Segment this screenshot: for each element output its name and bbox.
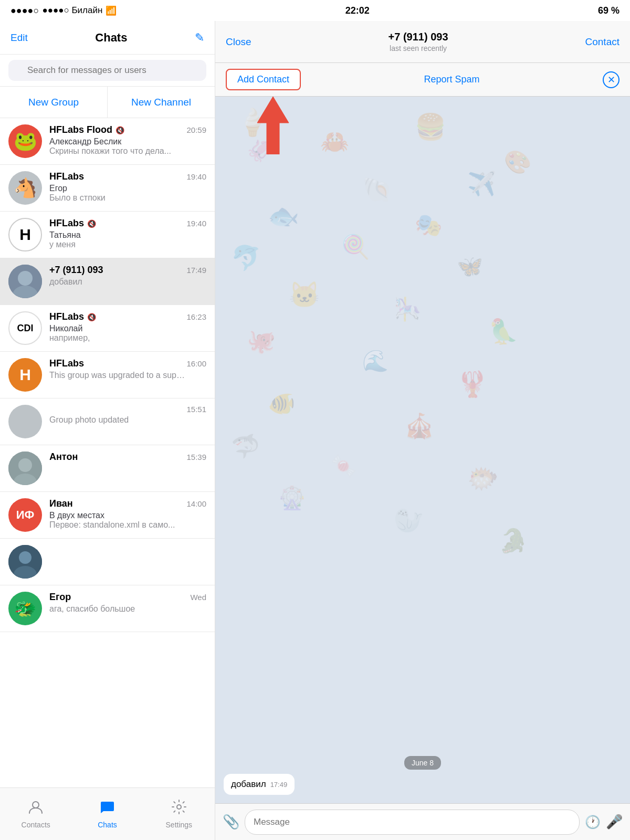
chat-name: +7 (911) 093 — [49, 265, 103, 276]
chat-item-hflabs-orange[interactable]: H HFLabs 16:00 This group was upgraded t… — [0, 352, 215, 398]
emoji-button[interactable]: 🕐 — [585, 815, 601, 830]
svg-point-4 — [18, 458, 32, 472]
chat-time: 19:40 — [186, 219, 206, 228]
date-badge: June 8 — [404, 756, 441, 770]
chat-item-phone-contact[interactable]: +7 (911) 093 17:49 добавил — [0, 258, 215, 305]
tab-settings[interactable]: Settings — [143, 799, 215, 829]
chat-name: HFLabs 🔇 — [49, 218, 96, 229]
message-input-bar: 📎 🕐 🎤 — [215, 803, 630, 840]
mute-icon: 🔇 — [87, 219, 96, 228]
avatar-hflabs-cdi: CDI — [8, 311, 42, 345]
chat-item-hflabs-h[interactable]: H HFLabs 🔇 19:40 Татьяна у меня — [0, 212, 215, 258]
chat-preview: Скрины покажи того что дела... — [49, 146, 186, 156]
chat-preview: Первое: standalone.xml в само... — [49, 520, 186, 530]
chat-time: 19:40 — [186, 172, 206, 181]
bg-pattern: 🍦 🦀 🍔 🎨 🦑 🐚 ✈️ 🐟 🎭 🐬 🍭 🦋 🐱 🎠 🦜 🐙 🌊 🦞 🐠 — [215, 97, 630, 803]
svg-point-1 — [18, 271, 33, 286]
message-text: добавил — [231, 779, 266, 790]
contact-phone: +7 (911) 093 — [388, 31, 448, 43]
chat-messages: June 8 добавил 17:49 — [215, 748, 630, 803]
chat-name: HFLabs 🔇 — [49, 311, 96, 322]
chat-preview: Было в стпоки — [49, 193, 186, 203]
chat-sender: Александр Беслик — [49, 137, 206, 146]
chat-item-hflabs-flood[interactable]: 🐸 HFLabs Flood 🔇 20:59 Александр Беслик … — [0, 118, 215, 165]
left-panel: Edit Chats ✎ 🔍 New Group New Channel — [0, 21, 215, 840]
chat-content-group-photo: 15:51 Group photo updated — [49, 405, 206, 425]
contacts-icon — [28, 799, 44, 818]
chat-item-anton[interactable]: Антон 15:39 — [0, 445, 215, 492]
chat-sender: В двух местах — [49, 511, 206, 520]
chat-sender: Егор — [49, 184, 206, 193]
avatar-group-photo — [8, 405, 42, 438]
action-buttons: New Group New Channel — [0, 87, 215, 118]
chat-preview: например, — [49, 333, 186, 343]
avatar-phone-contact — [8, 265, 42, 298]
add-contact-button[interactable]: Add Contact — [226, 69, 301, 90]
chat-item-hflabs-horse[interactable]: 🐴 HFLabs 19:40 Егор Было в стпоки — [0, 165, 215, 212]
compose-icon[interactable]: ✎ — [195, 31, 204, 45]
settings-icon — [171, 799, 187, 818]
avatar-hflabs-h: H — [8, 218, 42, 251]
chat-sender: Николай — [49, 324, 206, 333]
header-center: +7 (911) 093 last seen recently — [388, 31, 448, 52]
status-bar: ●●●●○ ●●●●○ Билайн 📶 22:02 69 % — [0, 0, 630, 21]
action-bar: Add Contact Report Spam ✕ — [215, 63, 630, 97]
right-panel: Close +7 (911) 093 last seen recently Co… — [215, 21, 630, 840]
chat-name: Антон — [49, 452, 78, 463]
chat-sender: Татьяна — [49, 230, 206, 240]
carrier-name: ●●●●○ Билайн — [42, 5, 102, 16]
svg-point-7 — [19, 551, 32, 564]
tab-settings-label: Settings — [166, 821, 193, 829]
chat-name: Егор — [49, 592, 71, 603]
chat-time: 20:59 — [186, 125, 206, 134]
message-input[interactable] — [254, 817, 571, 827]
chat-item-group-photo[interactable]: 15:51 Group photo updated — [0, 398, 215, 445]
tab-chats[interactable]: Chats — [71, 799, 143, 829]
avatar-photo-user — [8, 545, 42, 579]
dismiss-button[interactable]: ✕ — [603, 71, 620, 88]
chat-content-hflabs-orange: HFLabs 16:00 This group was upgraded to … — [49, 358, 206, 380]
search-bar: 🔍 — [0, 55, 215, 87]
chat-time: 16:00 — [186, 359, 206, 368]
chat-item-ivan[interactable]: ИФ Иван 14:00 В двух местах Первое: stan… — [0, 492, 215, 539]
avatar-egor: 🐲 — [8, 592, 42, 625]
left-header: Edit Chats ✎ — [0, 21, 215, 55]
avatar-ivan: ИФ — [8, 498, 42, 532]
new-group-button[interactable]: New Group — [0, 87, 108, 118]
chat-time: 15:51 — [186, 405, 206, 414]
chat-content-hflabs-horse: HFLabs 19:40 Егор Было в стпоки — [49, 171, 206, 203]
chats-icon — [99, 799, 115, 818]
contact-button[interactable]: Contact — [585, 36, 620, 48]
svg-point-10 — [177, 805, 181, 809]
search-wrapper: 🔍 — [8, 60, 206, 81]
tab-contacts-label: Contacts — [22, 821, 50, 829]
chat-content-egor: Егор Wed ага, спасибо большое — [49, 592, 206, 614]
chat-preview: у меня — [49, 240, 186, 249]
chat-item-hflabs-cdi[interactable]: CDI HFLabs 🔇 16:23 Николай например, — [0, 305, 215, 352]
chat-preview: ага, спасибо большое — [49, 604, 186, 614]
chat-content-phone-contact: +7 (911) 093 17:49 добавил — [49, 265, 206, 287]
right-header: Close +7 (911) 093 last seen recently Co… — [215, 21, 630, 63]
chat-name: Иван — [49, 498, 73, 509]
mic-button[interactable]: 🎤 — [606, 814, 623, 830]
report-spam-button[interactable]: Report Spam — [311, 74, 592, 85]
chat-content-photo-user — [49, 545, 206, 547]
attach-button[interactable]: 📎 — [223, 814, 239, 830]
chat-time: 17:49 — [186, 266, 206, 275]
message-field-display — [245, 810, 580, 835]
mute-icon: 🔇 — [116, 126, 124, 134]
avatar-hflabs-horse: 🐴 — [8, 171, 42, 205]
tab-contacts[interactable]: Contacts — [0, 799, 71, 829]
svg-point-9 — [33, 802, 39, 808]
chat-name: HFLabs — [49, 171, 84, 182]
search-input[interactable] — [8, 60, 206, 81]
new-channel-button[interactable]: New Channel — [108, 87, 215, 118]
signal-dots: ●●●●○ — [10, 5, 39, 16]
edit-button[interactable]: Edit — [10, 32, 28, 44]
status-battery: 69 % — [598, 5, 620, 16]
chat-item-egor[interactable]: 🐲 Егор Wed ага, спасибо большое — [0, 585, 215, 632]
close-button[interactable]: Close — [226, 36, 251, 48]
wifi-icon: 📶 — [106, 5, 117, 16]
chat-item-photo-user[interactable] — [0, 539, 215, 585]
tab-chats-label: Chats — [98, 821, 117, 829]
